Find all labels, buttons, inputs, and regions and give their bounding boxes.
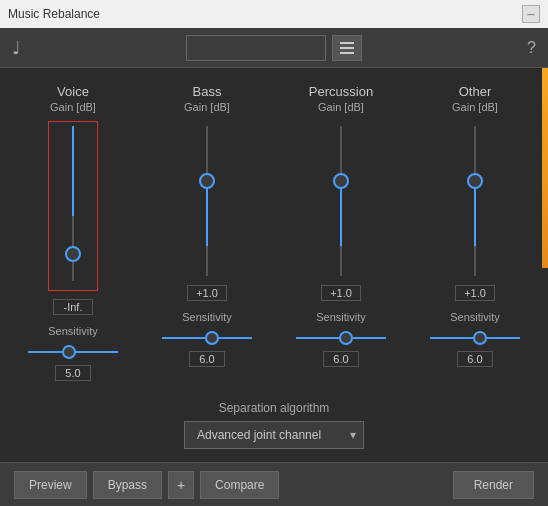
sensitivity-value-2: 6.0 xyxy=(323,351,359,367)
gain-value-0: -Inf. xyxy=(53,299,93,315)
sensitivity-label-0: Sensitivity xyxy=(48,325,98,337)
channel-name-0: Voice xyxy=(57,84,89,99)
vslider-active-0 xyxy=(72,126,74,216)
vslider-thumb-0[interactable] xyxy=(65,246,81,262)
vslider-0[interactable] xyxy=(53,126,93,286)
hslider-thumb-2[interactable] xyxy=(339,331,353,345)
hslider-container-3[interactable] xyxy=(430,329,520,347)
channel-bass: BassGain [dB]+1.0Sensitivity6.0 xyxy=(152,84,262,381)
separation-algorithm-section: Separation algorithm Advanced joint chan… xyxy=(184,401,364,449)
toolbar-dropdown-area xyxy=(186,35,362,61)
hslider-thumb-3[interactable] xyxy=(473,331,487,345)
channel-name-3: Other xyxy=(459,84,492,99)
preview-button[interactable]: Preview xyxy=(14,471,87,499)
close-button[interactable]: ─ xyxy=(522,5,540,23)
channel-voice: VoiceGain [dB]-Inf.Sensitivity5.0 xyxy=(18,84,128,381)
preset-dropdown[interactable] xyxy=(186,35,326,61)
compare-button[interactable]: Compare xyxy=(200,471,279,499)
hslider-container-0[interactable] xyxy=(28,343,118,361)
sensitivity-label-2: Sensitivity xyxy=(316,311,366,323)
gain-value-2: +1.0 xyxy=(321,285,361,301)
gain-label-1: Gain [dB] xyxy=(184,101,230,113)
vslider-active-3 xyxy=(474,181,476,246)
sensitivity-value-1: 6.0 xyxy=(189,351,225,367)
render-button[interactable]: Render xyxy=(453,471,534,499)
plus-button[interactable]: + xyxy=(168,471,194,499)
footer: Preview Bypass + Compare Render xyxy=(0,462,548,506)
hamburger-line-3 xyxy=(340,52,354,54)
separation-label: Separation algorithm xyxy=(219,401,330,415)
vslider-active-2 xyxy=(340,181,342,246)
title-bar: Music Rebalance ─ xyxy=(0,0,548,28)
sensitivity-value-3: 6.0 xyxy=(457,351,493,367)
channel-name-1: Bass xyxy=(193,84,222,99)
accent-bar xyxy=(542,68,548,268)
gain-value-1: +1.0 xyxy=(187,285,227,301)
gain-label-3: Gain [dB] xyxy=(452,101,498,113)
vslider-thumb-2[interactable] xyxy=(333,173,349,189)
hamburger-line-1 xyxy=(340,42,354,44)
vslider-active-1 xyxy=(206,181,208,246)
vslider-2[interactable] xyxy=(321,121,361,281)
bypass-button[interactable]: Bypass xyxy=(93,471,162,499)
app-title: Music Rebalance xyxy=(8,7,100,21)
gain-label-2: Gain [dB] xyxy=(318,101,364,113)
separation-dropdown-wrapper: Advanced joint channelStandardAdvanced ▾ xyxy=(184,421,364,449)
help-icon[interactable]: ? xyxy=(527,39,536,57)
vslider-1[interactable] xyxy=(187,121,227,281)
hslider-thumb-0[interactable] xyxy=(62,345,76,359)
hslider-thumb-1[interactable] xyxy=(205,331,219,345)
sensitivity-value-0: 5.0 xyxy=(55,365,91,381)
gain-label-0: Gain [dB] xyxy=(50,101,96,113)
hslider-container-2[interactable] xyxy=(296,329,386,347)
hslider-container-1[interactable] xyxy=(162,329,252,347)
channels-row: VoiceGain [dB]-Inf.Sensitivity5.0BassGai… xyxy=(18,84,530,381)
main-content: VoiceGain [dB]-Inf.Sensitivity5.0BassGai… xyxy=(0,68,548,475)
separation-dropdown[interactable]: Advanced joint channelStandardAdvanced xyxy=(184,421,364,449)
vslider-3[interactable] xyxy=(455,121,495,281)
hamburger-line-2 xyxy=(340,47,354,49)
music-icon: ♩ xyxy=(12,37,20,59)
sensitivity-label-3: Sensitivity xyxy=(450,311,500,323)
channel-percussion: PercussionGain [dB]+1.0Sensitivity6.0 xyxy=(286,84,396,381)
channel-name-2: Percussion xyxy=(309,84,373,99)
sensitivity-label-1: Sensitivity xyxy=(182,311,232,323)
voice-border xyxy=(48,121,98,291)
vslider-thumb-1[interactable] xyxy=(199,173,215,189)
hamburger-button[interactable] xyxy=(332,35,362,61)
vslider-thumb-3[interactable] xyxy=(467,173,483,189)
gain-value-3: +1.0 xyxy=(455,285,495,301)
toolbar: ♩ ? xyxy=(0,28,548,68)
channel-other: OtherGain [dB]+1.0Sensitivity6.0 xyxy=(420,84,530,381)
